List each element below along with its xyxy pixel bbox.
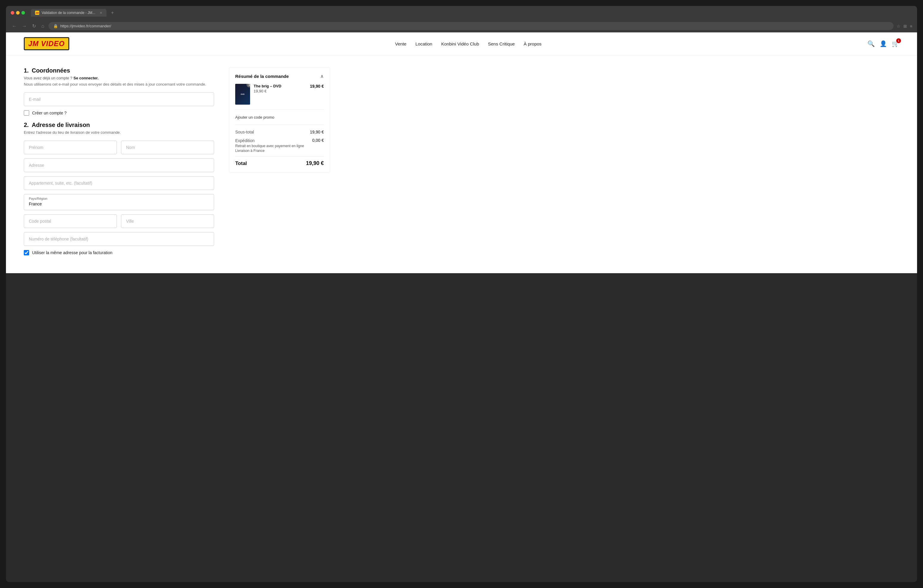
item-name: The brig – DVD — [254, 84, 306, 88]
menu-icon[interactable]: ≡ — [910, 24, 912, 28]
same-address-checkbox[interactable] — [24, 250, 29, 255]
logo[interactable]: JM VIDEO — [24, 37, 69, 50]
main-content: 1. Coordonnées Vous avez déjà un compte … — [6, 55, 917, 273]
section1-desc: Nous utiliserons cet e-mail pour vous en… — [24, 82, 214, 87]
nav-konbini[interactable]: Konbini Vidéo Club — [441, 41, 479, 46]
shipping-label: Expédition — [235, 138, 255, 143]
tab-favicon: JM — [35, 11, 39, 15]
maximize-dot[interactable] — [21, 11, 25, 15]
subtotal-row: Sous-total 19,90 € — [235, 130, 324, 135]
extensions-icon[interactable]: ⊞ — [903, 24, 907, 28]
section2-number: 2. — [24, 122, 29, 128]
summary-header: Résumé de la commande ∧ — [235, 74, 324, 79]
header-icons: 🔍 👤 🛒 1 — [867, 40, 899, 47]
logo-text: JM VIDEO — [28, 39, 65, 48]
create-account-checkbox[interactable] — [24, 110, 29, 116]
bookmark-icon[interactable]: ☆ — [897, 24, 900, 28]
subtotal-label: Sous-total — [235, 130, 254, 135]
item-details: The brig – DVD 19,90 € — [254, 84, 306, 94]
section-coordonnees: 1. Coordonnées Vous avez déjà un compte … — [24, 67, 214, 116]
country-select-wrapper[interactable]: Pays/Région France — [24, 194, 214, 210]
email-input[interactable] — [24, 92, 214, 106]
nav-a-propos[interactable]: À propos — [524, 41, 542, 46]
promo-link[interactable]: Ajouter un code promo — [235, 115, 274, 120]
section-adresse: 2. Adresse de livraison Entrez l'adresse… — [24, 122, 214, 255]
close-dot[interactable] — [11, 11, 14, 15]
browser-nav: ← → ↻ ⌂ 🔒 https://jmvideo.fr/commander/ … — [6, 20, 917, 33]
cart-icon[interactable]: 🛒 1 — [892, 40, 899, 47]
city-input[interactable] — [121, 214, 214, 228]
total-value: 19,90 € — [306, 160, 324, 166]
section2-heading: 2. Adresse de livraison — [24, 122, 214, 128]
section2-title: Adresse de livraison — [32, 122, 90, 128]
account-icon[interactable]: 👤 — [880, 40, 887, 47]
signin-link[interactable]: Se connecter. — [74, 76, 99, 80]
browser-toolbar: JM Validation de la commande - JM... ✕ + — [6, 6, 917, 20]
minimize-dot[interactable] — [16, 11, 20, 15]
section1-number: 1. — [24, 67, 29, 74]
summary-chevron-icon[interactable]: ∧ — [320, 74, 324, 79]
shipping-row: Expédition Retrait en boutique avec paye… — [235, 138, 324, 153]
section1-title: Coordonnées — [32, 67, 70, 74]
name-row — [24, 141, 214, 154]
section1-subtitle: Vous avez déjà un compte ? Se connecter. — [24, 76, 214, 80]
summary-item: DVD 1 The brig – DVD 19,90 € 19,90 € — [235, 84, 324, 110]
tab-close-icon[interactable]: ✕ — [100, 11, 102, 15]
firstname-input[interactable] — [24, 141, 117, 154]
section1-heading: 1. Coordonnées — [24, 67, 214, 74]
postal-city-row — [24, 214, 214, 228]
postal-input[interactable] — [24, 214, 117, 228]
browser-window: JM Validation de la commande - JM... ✕ +… — [6, 6, 917, 582]
country-value: France — [24, 200, 214, 210]
create-account-row: Créer un compte ? — [24, 110, 214, 116]
nav-location[interactable]: Location — [416, 41, 432, 46]
promo-section: Ajouter un code promo — [235, 115, 324, 125]
browser-nav-icons: ☆ ⊞ ≡ — [897, 24, 912, 28]
item-price-small: 19,90 € — [254, 89, 306, 94]
refresh-button[interactable]: ↻ — [31, 22, 37, 30]
subtotal-value: 19,90 € — [310, 130, 324, 135]
address-group — [24, 158, 214, 172]
total-label: Total — [235, 161, 247, 166]
item-price-right: 19,90 € — [310, 84, 324, 89]
shipping-value: 0,00 € — [312, 138, 324, 143]
search-icon[interactable]: 🔍 — [867, 40, 875, 47]
forward-button[interactable]: → — [21, 22, 28, 30]
lastname-input[interactable] — [121, 141, 214, 154]
apt-group — [24, 176, 214, 190]
browser-tab[interactable]: JM Validation de la commande - JM... ✕ — [31, 9, 107, 16]
home-button[interactable]: ⌂ — [40, 22, 46, 30]
country-label: Pays/Région — [24, 194, 214, 200]
address-input[interactable] — [24, 158, 214, 172]
firstname-group — [24, 141, 117, 154]
add-tab-button[interactable]: + — [111, 10, 114, 15]
cart-badge: 1 — [896, 38, 901, 43]
page-content: JM VIDEO Vente Location Konbini Vidéo Cl… — [6, 33, 917, 273]
country-group: Pays/Région France — [24, 194, 214, 210]
summary-title: Résumé de la commande — [235, 74, 289, 79]
url-text: https://jmvideo.fr/commander/ — [60, 24, 889, 28]
email-group — [24, 92, 214, 106]
address-bar[interactable]: 🔒 https://jmvideo.fr/commander/ — [48, 22, 893, 30]
postal-group — [24, 214, 117, 228]
shipping-country: Livraison à France — [235, 149, 304, 153]
shipping-info: Expédition Retrait en boutique avec paye… — [235, 138, 304, 153]
city-group — [121, 214, 214, 228]
phone-input[interactable] — [24, 232, 214, 246]
logo-wrapper: JM VIDEO — [24, 37, 69, 50]
phone-group — [24, 232, 214, 246]
create-account-label: Créer un compte ? — [32, 110, 67, 115]
order-summary: Résumé de la commande ∧ DVD 1 The brig –… — [229, 67, 330, 173]
shipping-note: Retrait en boutique avec payement en lig… — [235, 144, 304, 148]
tab-title: Validation de la commande - JM... — [42, 11, 95, 15]
back-button[interactable]: ← — [11, 22, 18, 30]
nav-sens-critique[interactable]: Sens Critique — [488, 41, 515, 46]
form-section: 1. Coordonnées Vous avez déjà un compte … — [24, 67, 214, 261]
dvd-text: DVD — [241, 94, 245, 95]
apt-input[interactable] — [24, 176, 214, 190]
site-header: JM VIDEO Vente Location Konbini Vidéo Cl… — [6, 33, 917, 55]
same-address-row: Utiliser la même adresse pour la factura… — [24, 250, 214, 255]
browser-dots — [11, 11, 25, 15]
nav-vente[interactable]: Vente — [395, 41, 406, 46]
total-row: Total 19,90 € — [235, 156, 324, 166]
